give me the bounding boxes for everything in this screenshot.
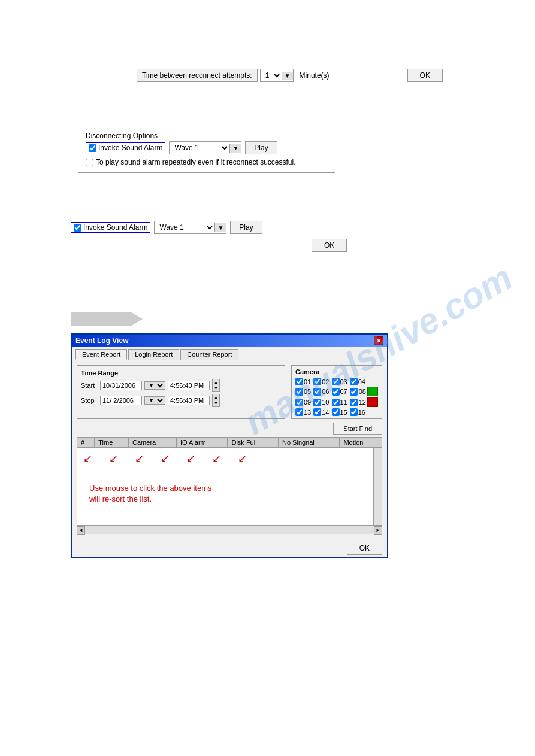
ok-button-bottom[interactable]: OK — [347, 542, 382, 555]
standalone-wave-arrow[interactable]: ▼ — [214, 223, 226, 232]
arrow-2: ↙ — [109, 452, 118, 465]
arrow-5: ↙ — [186, 452, 195, 465]
play-button-sec3[interactable]: Play — [230, 221, 262, 234]
ok-button-top[interactable]: OK — [407, 69, 443, 82]
start-time-spin[interactable]: ▲ ▼ — [212, 379, 220, 392]
cam-16: 16 — [350, 408, 378, 416]
scrollbar-vertical[interactable] — [373, 448, 382, 525]
cam-11-check[interactable] — [332, 399, 340, 406]
standalone-invoke-text: Invoke Sound Alarm — [83, 223, 147, 232]
wave-dropdown-arrow[interactable]: ▼ — [229, 144, 241, 153]
window-close-button[interactable]: ✕ — [374, 336, 383, 345]
standalone-invoke-label[interactable]: Invoke Sound Alarm — [71, 222, 150, 233]
tab-counter-report[interactable]: Counter Report — [180, 349, 238, 360]
cam-10-check[interactable] — [313, 399, 321, 406]
camera-section: Camera 01 02 03 04 05 06 07 08 — [291, 365, 382, 419]
cam-06-check[interactable] — [313, 388, 321, 396]
scroll-left-arrow[interactable]: ◄ — [77, 526, 85, 535]
start-find-button[interactable]: Start Find — [333, 423, 382, 435]
tab-event-report[interactable]: Event Report — [75, 349, 127, 360]
window-title: Event Log View — [75, 336, 128, 345]
start-find-row: Start Find — [77, 423, 382, 435]
arrow-head — [131, 312, 143, 326]
invoke-alarm-checkbox[interactable] — [89, 144, 96, 152]
cam-08-check[interactable] — [350, 388, 358, 396]
start-time-up[interactable]: ▲ — [213, 379, 219, 385]
cam-15: 15 — [332, 408, 347, 416]
start-label: Start — [81, 382, 98, 389]
cam-09-check[interactable] — [295, 399, 303, 406]
alarm-row: Invoke Sound Alarm Wave 1 Wave 2 Wave 3 … — [86, 141, 328, 154]
cam-06: 06 — [313, 388, 329, 396]
standalone-alarm-section: Invoke Sound Alarm Wave 1 Wave 2 Wave 3 … — [71, 221, 535, 234]
arrow-indicator — [71, 312, 535, 326]
cam-03-check[interactable] — [332, 378, 340, 385]
cam-02-check[interactable] — [313, 378, 321, 385]
window-footer: OK — [72, 539, 387, 557]
col-num[interactable]: # — [77, 438, 95, 448]
repeat-checkbox[interactable] — [86, 159, 93, 166]
wave-dropdown[interactable]: Wave 1 Wave 2 Wave 3 — [170, 142, 229, 154]
col-camera[interactable]: Camera — [129, 438, 177, 448]
stop-label: Stop — [81, 397, 98, 404]
cam-05: 05 — [295, 388, 311, 396]
cam-05-check[interactable] — [295, 388, 303, 396]
repeat-label: To play sound alarm repeatedly even if i… — [96, 158, 296, 166]
group-box-title: Disconnecting Options — [83, 132, 160, 140]
arrow-1: ↙ — [83, 452, 92, 465]
cam-12-check[interactable] — [350, 399, 358, 406]
play-button-sec2[interactable]: Play — [245, 141, 277, 154]
cam-red-button[interactable] — [367, 397, 378, 407]
wave-select[interactable]: Wave 1 Wave 2 Wave 3 ▼ — [169, 141, 241, 154]
tab-login-report[interactable]: Login Report — [128, 349, 179, 360]
cam-09: 09 — [295, 399, 311, 406]
reconnect-value-select[interactable]: 1 2 5 ▼ — [260, 69, 294, 82]
repeat-row: To play sound alarm repeatedly even if i… — [86, 158, 328, 166]
stop-date-dropdown[interactable]: ▼ — [144, 396, 165, 405]
window-tabs: Event Report Login Report Counter Report — [72, 347, 387, 360]
col-time[interactable]: Time — [95, 438, 129, 448]
reconnect-value-dropdown[interactable]: 1 2 5 — [261, 69, 282, 81]
stop-date-input[interactable] — [100, 396, 142, 405]
cam-15-check[interactable] — [332, 408, 340, 416]
start-time-down[interactable]: ▼ — [213, 385, 219, 391]
stop-time-spin[interactable]: ▲ ▼ — [212, 394, 220, 407]
disconnecting-options-groupbox: Disconnecting Options Invoke Sound Alarm… — [78, 136, 335, 173]
stop-time-up[interactable]: ▲ — [213, 394, 219, 400]
scrollbar-horizontal[interactable]: ◄ ► — [77, 526, 382, 534]
col-motion[interactable]: Motion — [340, 438, 382, 448]
standalone-wave-dropdown[interactable]: Wave 1 Wave 2 Wave 3 — [155, 221, 214, 233]
col-io-alarm[interactable]: IO Alarm — [176, 438, 228, 448]
standalone-invoke-checkbox[interactable] — [74, 224, 81, 232]
standalone-wave-select[interactable]: Wave 1 Wave 2 Wave 3 ▼ — [154, 221, 226, 234]
cam-green-button[interactable] — [367, 387, 378, 396]
cam-01: 01 — [295, 378, 311, 385]
reconnect-dropdown-arrow[interactable]: ▼ — [282, 72, 293, 80]
col-no-signal[interactable]: No Singnal — [278, 438, 339, 448]
reconnect-section: Time between reconnect attempts: 1 2 5 ▼… — [0, 0, 535, 82]
cam-14-check[interactable] — [313, 408, 321, 416]
log-table-body: ↙ ↙ ↙ ↙ ↙ ↙ ↙ Use mouse to click the abo… — [77, 448, 382, 526]
col-disk-full[interactable]: Disk Full — [228, 438, 279, 448]
start-date-dropdown[interactable]: ▼ — [144, 381, 165, 390]
stop-time-input[interactable] — [168, 396, 210, 405]
cam-13-check[interactable] — [295, 408, 303, 416]
cam-01-check[interactable] — [295, 378, 303, 385]
scroll-right-arrow[interactable]: ► — [374, 526, 382, 535]
cam-02: 02 — [313, 378, 329, 385]
arrow-4: ↙ — [161, 452, 170, 465]
start-date-input[interactable] — [100, 381, 142, 390]
start-time-input[interactable] — [168, 381, 210, 390]
cam-16-check[interactable] — [350, 408, 358, 416]
ok-button-mid[interactable]: OK — [312, 239, 347, 252]
invoke-alarm-label[interactable]: Invoke Sound Alarm — [86, 142, 165, 153]
cam-10: 10 — [313, 399, 329, 406]
cam-04-check[interactable] — [350, 378, 358, 385]
window-body: Time Range Start ▼ ▲ ▼ Stop — [72, 360, 387, 539]
time-camera-row: Time Range Start ▼ ▲ ▼ Stop — [77, 365, 382, 419]
stop-time-down[interactable]: ▼ — [213, 400, 219, 406]
log-table: # Time Camera IO Alarm Disk Full No Sing… — [77, 437, 382, 448]
arrow-7: ↙ — [238, 452, 247, 465]
scroll-h-track[interactable] — [85, 527, 374, 534]
cam-07-check[interactable] — [332, 388, 340, 396]
